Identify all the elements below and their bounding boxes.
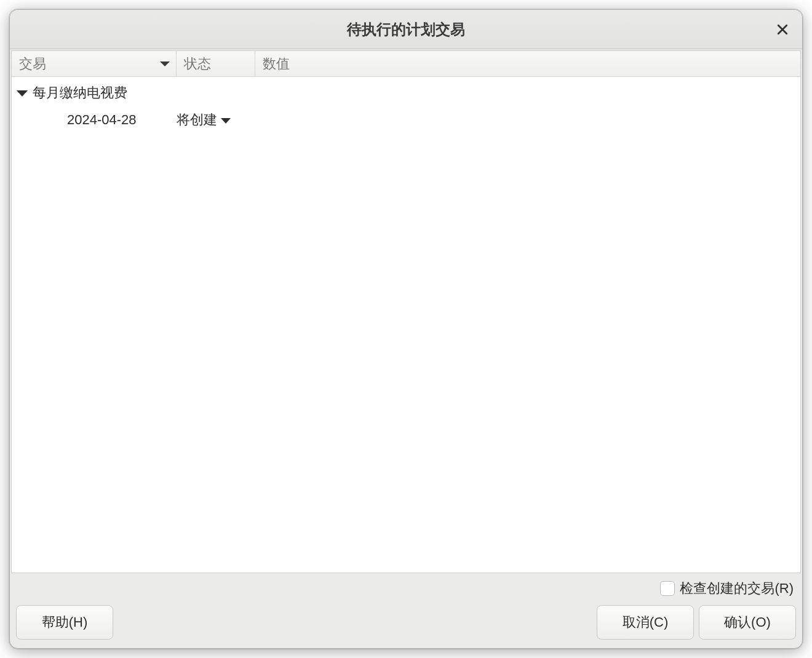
cell-status-dropdown[interactable]: 将创建: [177, 111, 255, 129]
buttons-right: 取消(C) 确认(O): [597, 605, 796, 640]
status-text: 将创建: [177, 111, 217, 129]
sort-indicator-icon: [160, 61, 170, 66]
review-checkbox[interactable]: [660, 581, 675, 596]
close-icon: [777, 24, 788, 35]
column-header-status[interactable]: 状态: [177, 51, 255, 76]
dialog-title: 待执行的计划交易: [347, 20, 465, 39]
dialog-window: 待执行的计划交易 交易 状态 数值: [9, 9, 803, 649]
column-header-value[interactable]: 数值: [255, 51, 800, 76]
button-bar: 帮助(H) 取消(C) 确认(O): [16, 605, 796, 640]
dialog-footer: 检查创建的交易(R) 帮助(H) 取消(C) 确认(O): [11, 573, 801, 648]
table-header: 交易 状态 数值: [12, 51, 800, 77]
table-row[interactable]: 2024-04-28 将创建: [12, 106, 800, 133]
table-body: 每月缴纳电视费 2024-04-28 将创建: [12, 77, 800, 573]
ok-button[interactable]: 确认(O): [699, 605, 796, 640]
chevron-down-icon: [221, 118, 231, 124]
column-header-label: 状态: [184, 55, 211, 73]
help-button[interactable]: 帮助(H): [16, 605, 113, 640]
disclosure-triangle-icon: [17, 90, 28, 97]
column-header-label: 数值: [263, 55, 290, 73]
titlebar: 待执行的计划交易: [10, 10, 802, 49]
scheduled-transactions-table: 交易 状态 数值 每月缴纳电视费 2024-04-28: [11, 50, 801, 573]
review-checkbox-row: 检查创建的交易(R): [16, 579, 796, 598]
cancel-button[interactable]: 取消(C): [597, 605, 694, 640]
review-checkbox-label[interactable]: 检查创建的交易(R): [680, 579, 794, 598]
close-button[interactable]: [774, 21, 791, 38]
group-row[interactable]: 每月缴纳电视费: [12, 79, 800, 106]
cell-date: 2024-04-28: [12, 112, 177, 128]
column-header-transaction[interactable]: 交易: [12, 51, 177, 76]
group-name: 每月缴纳电视费: [33, 84, 127, 102]
column-header-label: 交易: [19, 55, 46, 73]
date-text: 2024-04-28: [67, 112, 137, 127]
content-area: 交易 状态 数值 每月缴纳电视费 2024-04-28: [10, 49, 802, 648]
